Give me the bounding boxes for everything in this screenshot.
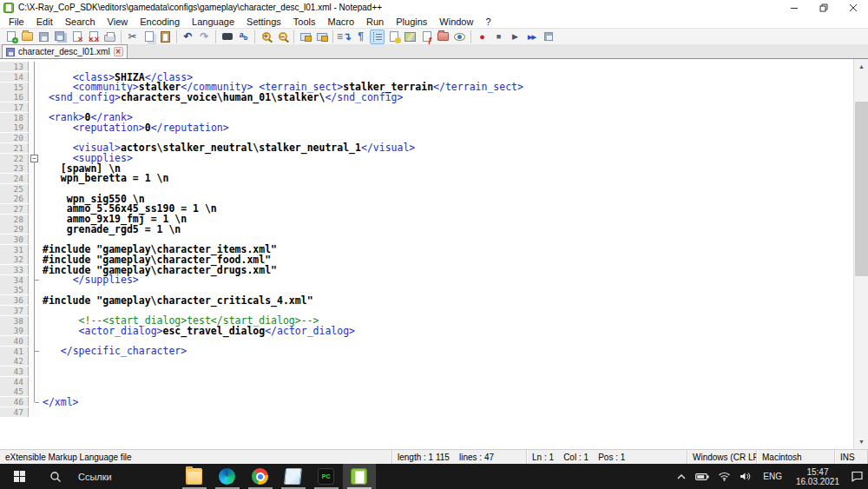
- tab-character-desc-l01[interactable]: character_desc_l01.xml ✕: [2, 44, 128, 58]
- folder-as-workspace-icon[interactable]: [436, 30, 450, 44]
- taskbar-app-chrome[interactable]: [244, 464, 277, 489]
- menu-edit[interactable]: Edit: [30, 15, 59, 28]
- code-line[interactable]: 47: [0, 406, 853, 417]
- status-length-lines: length : 1 115 lines : 47: [392, 450, 527, 464]
- notepad-icon: [284, 468, 302, 485]
- taskbar-app-explorer[interactable]: [178, 464, 211, 489]
- wifi-icon[interactable]: [713, 464, 735, 489]
- close-icon[interactable]: ✕: [69, 30, 84, 44]
- document-map-icon[interactable]: [403, 30, 418, 44]
- replace-icon[interactable]: ab: [236, 30, 251, 44]
- taskbar-app-edge[interactable]: [211, 464, 244, 489]
- tab-bar: character_desc_l01.xml ✕: [0, 44, 868, 59]
- code-line[interactable]: 42: [0, 356, 853, 367]
- editor-area[interactable]: 1314 <class>SHIZA</class>15 <community>s…: [0, 59, 868, 449]
- code-line[interactable]: 22− <supplies>: [0, 153, 853, 163]
- menu-plugins[interactable]: Plugins: [390, 15, 433, 28]
- chrome-icon: [252, 468, 268, 485]
- taskbar-app-npp[interactable]: [343, 464, 376, 489]
- taskbar-app-notepad[interactable]: [277, 464, 310, 489]
- vertical-scrollbar[interactable]: ▲ ▼: [853, 59, 868, 449]
- open-file-icon[interactable]: [20, 30, 35, 44]
- code-line[interactable]: 44: [0, 376, 853, 387]
- cut-icon[interactable]: ✂: [125, 30, 140, 44]
- battery-icon[interactable]: [691, 464, 713, 489]
- code-line[interactable]: 24 wpn_beretta = 1 \n: [0, 174, 853, 184]
- save-all-icon[interactable]: [53, 30, 68, 44]
- minimize-button[interactable]: [779, 0, 809, 15]
- restore-button[interactable]: [809, 0, 838, 15]
- zoom-in-icon[interactable]: +: [259, 30, 273, 44]
- scroll-up-arrow-icon[interactable]: ▲: [854, 59, 868, 74]
- clock[interactable]: 15:47 16.03.2021: [789, 464, 846, 489]
- fold-collapse-icon[interactable]: −: [29, 153, 41, 163]
- zoom-out-icon[interactable]: −: [275, 30, 290, 44]
- fold-margin: [29, 397, 41, 407]
- line-number: 36: [0, 295, 29, 305]
- menu-help[interactable]: ?: [479, 15, 496, 28]
- code-line[interactable]: 46</xml>: [0, 397, 853, 407]
- code-line[interactable]: 36#include "gameplay\character_criticals…: [0, 295, 853, 306]
- redo-icon[interactable]: ↷: [197, 30, 212, 44]
- notepad-plus-plus-icon: [3, 3, 14, 13]
- menu-run[interactable]: Run: [360, 15, 390, 28]
- tray-chevron-icon[interactable]: [672, 464, 691, 489]
- run-macro-multiple-icon[interactable]: ▶▶: [524, 30, 539, 44]
- monitoring-icon[interactable]: [452, 30, 467, 44]
- scroll-down-arrow-icon[interactable]: ▼: [854, 434, 868, 449]
- action-center-icon[interactable]: [846, 464, 868, 489]
- sync-vertical-icon[interactable]: [298, 30, 312, 44]
- line-number: 24: [0, 174, 29, 183]
- start-button[interactable]: [0, 464, 38, 489]
- show-all-characters-icon[interactable]: ¶: [353, 30, 368, 44]
- line-number: 27: [0, 204, 29, 214]
- code-line[interactable]: 43: [0, 367, 853, 377]
- playback-macro-icon[interactable]: ▶: [508, 30, 523, 44]
- taskbar-search-button[interactable]: [38, 464, 73, 489]
- menu-tools[interactable]: Tools: [287, 15, 322, 28]
- save-icon[interactable]: [36, 30, 51, 44]
- sync-horizontal-icon[interactable]: [314, 30, 329, 44]
- undo-icon[interactable]: ↶: [181, 30, 195, 44]
- print-icon[interactable]: [102, 30, 117, 44]
- fold-margin: [29, 346, 41, 356]
- menu-macro[interactable]: Macro: [321, 15, 360, 28]
- new-file-icon[interactable]: +: [3, 30, 18, 44]
- volume-icon[interactable]: [735, 464, 756, 489]
- menu-encoding[interactable]: Encoding: [134, 15, 186, 28]
- menu-view[interactable]: View: [102, 15, 135, 28]
- menu-file[interactable]: File: [3, 15, 30, 28]
- function-list-icon[interactable]: ƒ: [419, 30, 434, 44]
- code-line[interactable]: 41 </specific_character>: [0, 346, 853, 356]
- show-indent-guide-icon[interactable]: [370, 30, 385, 44]
- record-macro-icon[interactable]: ●: [475, 30, 490, 44]
- user-defined-dialog-icon[interactable]: [386, 30, 401, 44]
- code-line[interactable]: 39 <actor_dialog>esc_travel_dialog</acto…: [0, 326, 853, 336]
- line-number: 33: [0, 265, 29, 274]
- copy-icon[interactable]: [141, 30, 156, 44]
- menu-language[interactable]: Language: [186, 15, 240, 28]
- language-indicator[interactable]: ENG: [756, 464, 789, 489]
- fold-margin: [29, 122, 41, 133]
- paste-icon[interactable]: [158, 30, 173, 44]
- close-all-icon[interactable]: ✕✕: [86, 30, 101, 44]
- find-icon[interactable]: [220, 30, 234, 44]
- close-button[interactable]: [838, 0, 868, 15]
- code-line[interactable]: 29 grenade_rgd5 = 1 \n: [0, 224, 853, 235]
- code-line[interactable]: 45: [0, 387, 853, 397]
- code-text: #include "gameplay\character_criticals_4…: [41, 294, 313, 307]
- status-encoding: Macintosh: [757, 450, 835, 464]
- taskbar-app-pycharm[interactable]: PC: [310, 464, 343, 489]
- code-line[interactable]: 16 <snd_config>characters_voice\human_01…: [0, 92, 853, 102]
- menu-settings[interactable]: Settings: [240, 15, 287, 28]
- code-line[interactable]: 19 <reputation>0</reputation>: [0, 122, 853, 133]
- save-macro-icon[interactable]: [541, 30, 556, 44]
- menu-window[interactable]: Window: [433, 15, 479, 28]
- menu-search[interactable]: Search: [59, 15, 102, 28]
- tab-close-icon[interactable]: ✕: [114, 47, 123, 56]
- word-wrap-icon[interactable]: ≡↴: [337, 30, 352, 44]
- code-line[interactable]: 34 </supplies>: [0, 274, 853, 285]
- scrollbar-thumb[interactable]: [855, 102, 868, 276]
- links-toolbar[interactable]: Ссылки: [73, 464, 124, 489]
- stop-macro-icon[interactable]: ■: [491, 30, 506, 44]
